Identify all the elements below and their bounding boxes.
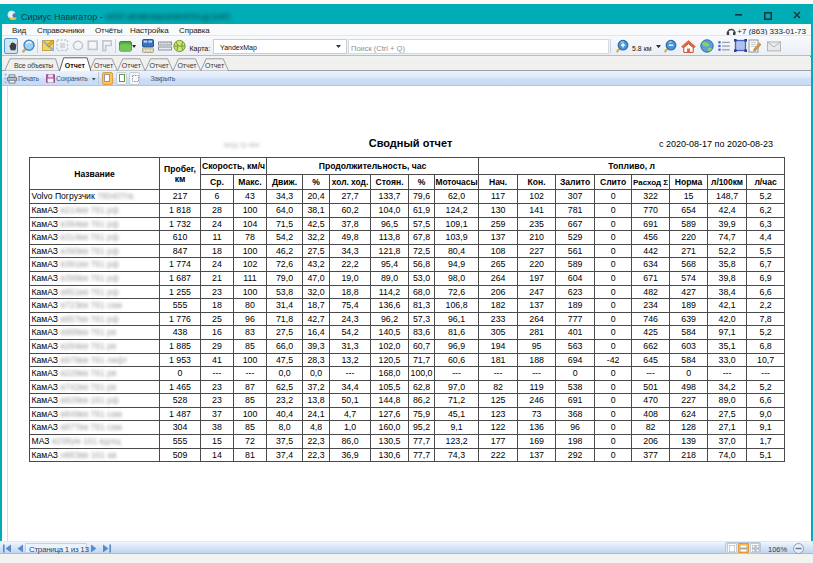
svg-text:Отчет: Отчет — [150, 62, 170, 69]
svg-text:Отчет: Отчет — [65, 62, 86, 69]
svg-text:Отчет: Отчет — [122, 62, 142, 69]
svg-text:Все объекты: Все объекты — [14, 62, 53, 69]
svg-text:Отчет: Отчет — [177, 62, 197, 69]
svg-text:Отчет: Отчет — [94, 62, 114, 69]
svg-text:Отчет: Отчет — [205, 62, 225, 69]
